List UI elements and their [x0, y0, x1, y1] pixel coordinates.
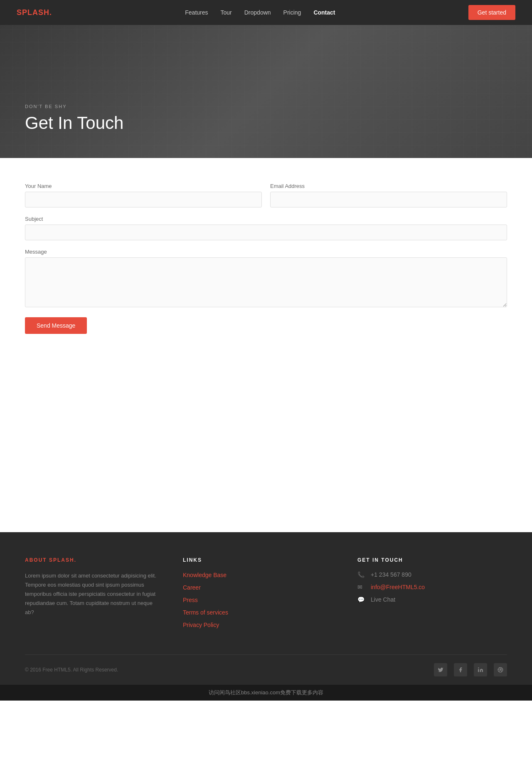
watermark-text: 访问闲鸟社区bbs.xieniao.com免费下载更多内容 — [209, 689, 323, 696]
name-label: Your Name — [25, 183, 262, 189]
get-started-button[interactable]: Get started — [468, 5, 515, 20]
footer-link-item[interactable]: Knowledge Base — [183, 571, 332, 579]
footer-contact-livechat[interactable]: 💬 Live Chat — [357, 596, 507, 603]
email-input[interactable] — [270, 192, 507, 207]
social-links — [434, 663, 507, 676]
livechat-text[interactable]: Live Chat — [371, 596, 395, 603]
nav-item-pricing[interactable]: Pricing — [283, 9, 301, 16]
footer-about: ABOUT SPLASH. Lorem ipsum dolor sit amet… — [25, 557, 158, 634]
watermark-bar: 访问闲鸟社区bbs.xieniao.com免费下载更多内容 — [0, 685, 532, 701]
linkedin-icon[interactable] — [474, 663, 487, 676]
footer-link-item[interactable]: Privacy Policy — [183, 621, 332, 629]
logo-dot: . — [49, 8, 52, 17]
footer-link-item[interactable]: Terms of services — [183, 609, 332, 616]
chat-icon: 💬 — [357, 596, 366, 603]
footer-link-item[interactable]: Press — [183, 596, 332, 604]
message-label: Message — [25, 249, 507, 255]
hero-subtitle: DON'T BE SHY — [25, 104, 507, 109]
copyright-text: © 2016 Free HTML5. All Rights Reserved. — [25, 667, 118, 673]
dribbble-icon[interactable] — [494, 663, 507, 676]
footer-links-heading: LINKS — [183, 557, 332, 563]
nav-item-dropdown[interactable]: Dropdown — [244, 9, 271, 16]
message-input[interactable] — [25, 257, 507, 307]
form-group-subject: Subject — [25, 216, 507, 240]
footer-links-list: Knowledge Base Career Press Terms of ser… — [183, 571, 332, 629]
email-icon: ✉ — [357, 584, 366, 590]
form-group-message: Message — [25, 249, 507, 309]
footer-about-heading: ABOUT SPLASH. — [25, 557, 158, 563]
navbar: SPLASH. Features Tour Dropdown Pricing C… — [0, 0, 532, 25]
submit-button[interactable]: Send Message — [25, 317, 87, 334]
footer-link-item[interactable]: Career — [183, 584, 332, 591]
form-group-email: Email Address — [270, 183, 507, 207]
subject-label: Subject — [25, 216, 507, 222]
phone-icon: 📞 — [357, 571, 366, 578]
logo-text: SPLASH — [17, 8, 49, 17]
phone-text: +1 234 567 890 — [371, 571, 411, 578]
footer: ABOUT SPLASH. Lorem ipsum dolor sit amet… — [0, 532, 532, 685]
email-label: Email Address — [270, 183, 507, 189]
form-group-name: Your Name — [25, 183, 262, 207]
nav-item-contact[interactable]: Contact — [313, 9, 335, 16]
nav-links: Features Tour Dropdown Pricing Contact — [185, 9, 335, 16]
subject-input[interactable] — [25, 225, 507, 240]
contact-form-section: Your Name Email Address Subject Message … — [25, 183, 507, 474]
nav-item-features[interactable]: Features — [185, 9, 208, 16]
hero-section: DON'T BE SHY Get In Touch — [0, 25, 532, 158]
hero-title: Get In Touch — [25, 113, 507, 133]
svg-point-0 — [478, 667, 479, 668]
twitter-icon[interactable] — [434, 663, 447, 676]
footer-get-in-touch: GET IN TOUCH 📞 +1 234 567 890 ✉ info@Fre… — [357, 557, 507, 634]
footer-contact-heading: GET IN TOUCH — [357, 557, 507, 563]
facebook-icon[interactable] — [454, 663, 467, 676]
nav-item-tour[interactable]: Tour — [221, 9, 232, 16]
email-text[interactable]: info@FreeHTML5.co — [371, 584, 425, 590]
contact-area: Your Name Email Address Subject Message … — [25, 183, 507, 474]
form-row-name-email: Your Name Email Address — [25, 183, 507, 216]
footer-bottom: © 2016 Free HTML5. All Rights Reserved. — [25, 654, 507, 685]
footer-contact-phone: 📞 +1 234 567 890 — [357, 571, 507, 578]
footer-contact-email: ✉ info@FreeHTML5.co — [357, 584, 507, 590]
footer-top: ABOUT SPLASH. Lorem ipsum dolor sit amet… — [25, 557, 507, 654]
logo[interactable]: SPLASH. — [17, 8, 52, 17]
footer-about-body: Lorem ipsum dolor sit amet consectetur a… — [25, 571, 158, 617]
name-input[interactable] — [25, 192, 262, 207]
footer-links: LINKS Knowledge Base Career Press Terms … — [183, 557, 332, 634]
main-content: Your Name Email Address Subject Message … — [0, 158, 532, 532]
